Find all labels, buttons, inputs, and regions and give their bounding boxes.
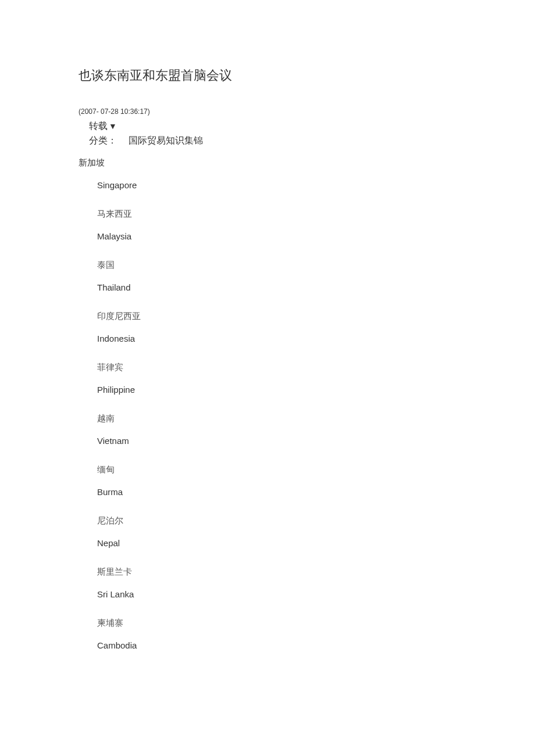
country-block: 越南Vietnam	[79, 413, 535, 446]
country-block: 菲律宾Philippine	[79, 362, 535, 395]
country-block: 印度尼西亚Indonesia	[79, 311, 535, 343]
country-cn: 斯里兰卡	[97, 567, 535, 578]
category-row: 分类： 国际贸易知识集锦	[79, 135, 535, 147]
country-block: 缅甸Burma	[79, 464, 535, 497]
country-block: 柬埔寨Cambodia	[79, 618, 535, 650]
country-en: Singapore	[79, 180, 535, 190]
country-en: Thailand	[97, 282, 535, 292]
category-value[interactable]: 国际贸易知识集锦	[129, 135, 203, 145]
country-block: 马来西亚Malaysia	[79, 209, 535, 241]
country-cn: 印度尼西亚	[97, 311, 535, 322]
country-cn: 菲律宾	[97, 362, 535, 373]
country-cn: 柬埔寨	[97, 618, 535, 629]
country-cn: 缅甸	[97, 464, 535, 475]
repost-tag[interactable]: 转载▼	[79, 120, 535, 132]
country-en: Vietnam	[97, 436, 535, 446]
country-cn: 新加坡	[79, 157, 535, 169]
country-en: Burma	[97, 487, 535, 497]
country-cn: 尼泊尔	[97, 515, 535, 526]
country-cn: 泰国	[97, 260, 535, 271]
category-label: 分类：	[89, 135, 117, 145]
country-block: 尼泊尔Nepal	[79, 515, 535, 548]
repost-label: 转载	[89, 121, 108, 131]
country-en: Cambodia	[97, 640, 535, 650]
country-en: Sri Lanka	[97, 589, 535, 599]
country-block: 斯里兰卡Sri Lanka	[79, 567, 535, 599]
chevron-down-icon: ▼	[109, 121, 117, 131]
article-title: 也谈东南亚和东盟首脑会议	[79, 67, 535, 84]
timestamp-text: (2007- 07-28 10:36:17)	[79, 108, 535, 116]
country-en: Malaysia	[97, 231, 535, 241]
country-cn: 越南	[97, 413, 535, 424]
country-block: 泰国Thailand	[79, 260, 535, 292]
country-cn: 马来西亚	[97, 209, 535, 220]
country-en: Nepal	[97, 538, 535, 548]
country-en: Philippine	[97, 385, 535, 395]
country-en: Indonesia	[97, 334, 535, 343]
